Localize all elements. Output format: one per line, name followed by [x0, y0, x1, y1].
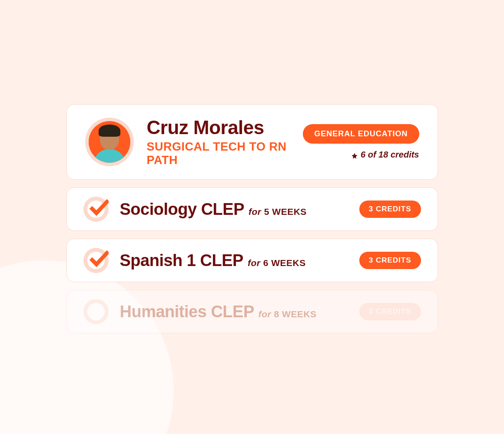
course-duration: for 8 WEEKS — [259, 309, 317, 319]
course-title: Humanities CLEP — [120, 302, 254, 321]
course-card-1[interactable]: Spanish 1 CLEP for 6 WEEKS 3 CREDITS — [66, 239, 438, 282]
course-text: Humanities CLEP for 8 WEEKS — [120, 302, 348, 321]
status-complete-icon — [83, 248, 109, 273]
course-duration: for 6 WEEKS — [248, 258, 306, 268]
course-card-2[interactable]: Humanities CLEP for 8 WEEKS 3 CREDITS — [66, 290, 438, 333]
checkmark-icon — [90, 198, 109, 217]
status-incomplete-icon — [83, 299, 109, 324]
category-badge[interactable]: GENERAL EDUCATION — [303, 124, 419, 144]
avatar-photo — [89, 121, 130, 163]
course-title: Sociology CLEP — [120, 200, 244, 219]
credits-progress-text: 6 of 18 credits — [361, 150, 419, 160]
status-complete-icon — [83, 197, 109, 222]
student-header-card: Cruz Morales SURGICAL TECH TO RN PATH GE… — [66, 104, 438, 180]
credits-badge[interactable]: 3 CREDITS — [359, 201, 421, 218]
student-path: SURGICAL TECH TO RN PATH — [147, 140, 290, 167]
main-container: Cruz Morales SURGICAL TECH TO RN PATH GE… — [66, 0, 438, 333]
avatar — [85, 118, 134, 166]
course-title: Spanish 1 CLEP — [120, 251, 243, 270]
checkmark-icon — [90, 250, 109, 269]
star-icon — [351, 151, 358, 158]
course-card-0[interactable]: Sociology CLEP for 5 WEEKS 3 CREDITS — [66, 187, 438, 231]
header-right: GENERAL EDUCATION 6 of 18 credits — [303, 124, 419, 160]
course-text: Spanish 1 CLEP for 6 WEEKS — [120, 251, 348, 270]
course-text: Sociology CLEP for 5 WEEKS — [120, 200, 348, 219]
credits-badge[interactable]: 3 CREDITS — [359, 252, 421, 269]
credits-progress: 6 of 18 credits — [351, 150, 419, 160]
student-name: Cruz Morales — [147, 117, 290, 138]
course-duration: for 5 WEEKS — [249, 207, 307, 217]
student-info: Cruz Morales SURGICAL TECH TO RN PATH — [147, 117, 290, 167]
credits-badge[interactable]: 3 CREDITS — [359, 303, 421, 320]
